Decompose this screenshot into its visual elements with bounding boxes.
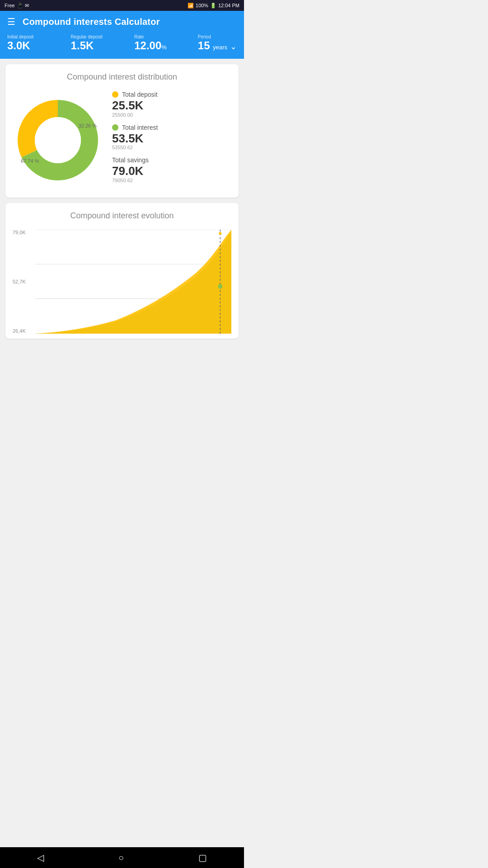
distribution-title: Compound interest distribution xyxy=(13,72,231,82)
y-label-mid: 52,7K xyxy=(13,279,33,284)
clock: 12:04 PM xyxy=(218,3,239,8)
signal-strength: 📶 xyxy=(188,3,194,9)
svg-point-8 xyxy=(218,284,222,288)
rate-value: 12.00% xyxy=(134,40,198,51)
period-stat[interactable]: Period 15 years ⌄ xyxy=(198,34,237,52)
total-savings-legend: Total savings 79.0K 79050.62 xyxy=(112,156,231,183)
initial-deposit-stat: Initial deposit 3.0K xyxy=(7,34,71,51)
header-top: ☰ Compound interests Calculator xyxy=(7,16,237,27)
chart-svg-wrapper xyxy=(35,230,231,334)
status-left: Free 📱 ✉ xyxy=(5,3,29,9)
period-label: Period xyxy=(198,34,227,39)
deposit-value: 25.5K xyxy=(112,99,231,112)
header-stats: Initial deposit 3.0K Regular deposit 1.5… xyxy=(7,34,237,52)
status-bar: Free 📱 ✉ 📶 100% 🔋 12:04 PM xyxy=(0,0,244,11)
chart-legend: Total deposit 25.5K 25500.00 Total inter… xyxy=(112,91,231,189)
deposit-dot xyxy=(112,91,118,98)
battery-percent: 100% xyxy=(196,3,208,8)
interest-legend-label: Total interest xyxy=(122,124,158,131)
y-label-top: 79,0K xyxy=(13,230,33,235)
status-right: 📶 100% 🔋 12:04 PM xyxy=(188,3,239,9)
rate-label: Rate xyxy=(134,34,198,39)
app-title: Compound interests Calculator xyxy=(23,17,160,27)
rate-stat: Rate 12.00% xyxy=(134,34,198,51)
interest-value: 53.5K xyxy=(112,132,231,145)
svg-point-9 xyxy=(219,232,221,235)
deposit-exact: 25500.00 xyxy=(112,112,231,118)
green-percent-label: 67.74 % xyxy=(21,158,39,164)
savings-legend-label: Total savings xyxy=(112,156,231,164)
status-free: Free xyxy=(5,3,15,8)
svg-point-2 xyxy=(35,117,81,163)
interest-exact: 53550.62 xyxy=(112,145,231,150)
savings-exact: 79050.62 xyxy=(112,178,231,183)
evolution-title: Compound interest evolution xyxy=(13,211,231,221)
savings-value: 79.0K xyxy=(112,165,231,178)
content-area: Compound interest distribution 67.74 % 3… xyxy=(0,59,244,427)
period-value: 15 years xyxy=(198,40,227,51)
chart-y-labels: 79,0K 52,7K 26,4K xyxy=(13,230,33,334)
yellow-percent-label: 32.26 % xyxy=(79,123,97,128)
donut-chart: 67.74 % 32.26 % xyxy=(13,95,103,185)
menu-button[interactable]: ☰ xyxy=(7,16,15,27)
y-label-bot: 26,4K xyxy=(13,328,33,334)
total-deposit-legend: Total deposit 25.5K 25500.00 xyxy=(112,91,231,118)
chevron-down-icon[interactable]: ⌄ xyxy=(230,42,237,52)
regular-deposit-stat: Regular deposit 1.5K xyxy=(71,34,135,51)
donut-svg xyxy=(13,95,103,185)
initial-deposit-label: Initial deposit xyxy=(7,34,71,39)
evolution-svg xyxy=(35,230,231,334)
regular-deposit-value: 1.5K xyxy=(71,40,135,51)
app-header: ☰ Compound interests Calculator Initial … xyxy=(0,11,244,59)
status-icons: 📱 ✉ xyxy=(17,3,29,9)
chart-area: 79,0K 52,7K 26,4K xyxy=(13,230,231,334)
total-interest-legend: Total interest 53.5K 53550.62 xyxy=(112,124,231,151)
initial-deposit-value: 3.0K xyxy=(7,40,71,51)
interest-dot xyxy=(112,124,118,131)
deposit-legend-label: Total deposit xyxy=(122,91,158,98)
distribution-content: 67.74 % 32.26 % Total deposit 25.5K 2550… xyxy=(13,91,231,189)
distribution-card: Compound interest distribution 67.74 % 3… xyxy=(5,64,239,198)
battery-icon: 🔋 xyxy=(210,3,216,9)
regular-deposit-label: Regular deposit xyxy=(71,34,135,39)
evolution-card: Compound interest evolution 79,0K 52,7K … xyxy=(5,203,239,339)
